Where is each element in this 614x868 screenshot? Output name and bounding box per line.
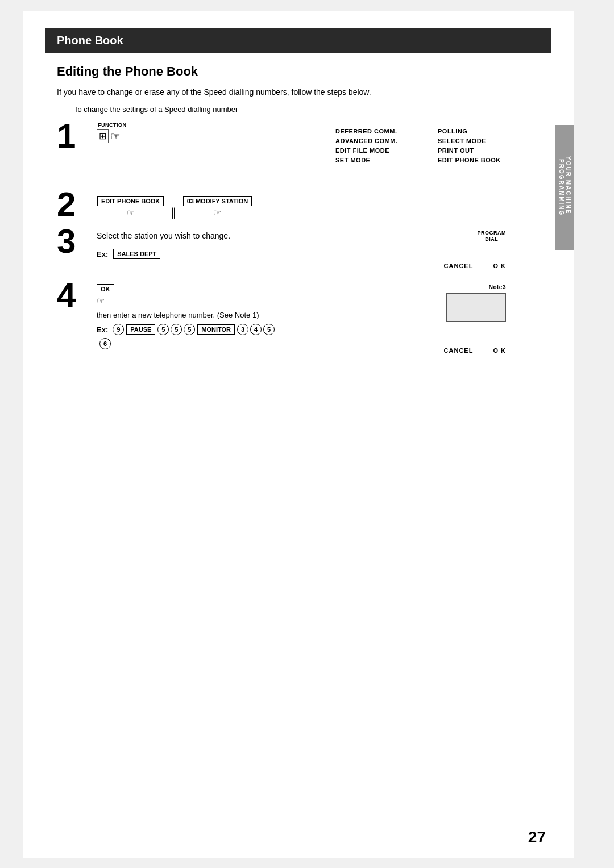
step-1-content: FUNCTION ⊞ ☞ (97, 122, 127, 143)
step-2-content: EDIT PHONE BOOK ☞ ║ 03 MODIFY STATION ☞ (97, 190, 252, 223)
cancel-ok-row-2: CANCEL O K (444, 347, 506, 354)
key-3: 3 (237, 324, 248, 335)
ok-label-2: O K (493, 347, 506, 354)
key-6: 6 (99, 338, 111, 349)
menu-row-2: ADVANCED COMM. SELECT MODE (335, 137, 506, 144)
edit-phone-book-btn[interactable]: EDIT PHONE BOOK (97, 196, 164, 206)
step-number-3: 3 (57, 224, 97, 258)
ex-phones-row: Ex: 9 PAUSE 5 5 5 MONITOR 3 4 5 (97, 324, 275, 335)
section-title: Editing the Phone Book (57, 64, 540, 79)
step-number-2: 2 (57, 187, 97, 222)
note3-label: Note3 (489, 284, 506, 290)
step-number-1: 1 (57, 119, 97, 153)
key-5b: 5 (171, 324, 182, 335)
step-4: 4 OK ☞ then enter a new telephone number… (57, 281, 540, 349)
menu-select: SELECT MODE (438, 137, 506, 144)
menu-row-3: EDIT FILE MODE PRINT OUT (335, 147, 506, 154)
menu-editphone: EDIT PHONE BOOK (438, 157, 506, 164)
menu-deferred: DEFERRED COMM. (335, 128, 409, 135)
menu-polling: POLLING (438, 128, 506, 135)
header-title: Phone Book (57, 34, 123, 47)
page: PROGRAMMING YOUR MACHINE Phone Book Edit… (23, 11, 574, 858)
section-header: Phone Book (45, 28, 551, 53)
step3-right: PROGRAMDIAL CANCEL O K (444, 230, 506, 269)
ex-label-4: Ex: (97, 326, 108, 334)
ok-btn[interactable]: OK (97, 284, 114, 294)
ex-phones-row2: 6 (99, 338, 275, 349)
cancel-ok-row-1: CANCEL O K (444, 262, 506, 269)
hand-icon-2: ☞ (127, 207, 135, 218)
page-number: 27 (528, 828, 546, 846)
step-3-text: Select the station you wish to change. (97, 231, 230, 240)
hand-icon-4: ☞ (97, 295, 105, 306)
side-tab-label: PROGRAMMING YOUR MACHINE (558, 156, 571, 219)
menu-display: DEFERRED COMM. POLLING ADVANCED COMM. SE… (335, 128, 506, 164)
edit-phone-book-key: EDIT PHONE BOOK ☞ (97, 196, 164, 218)
ok-key-area: OK ☞ (97, 284, 275, 306)
step-4-text: then enter a new telephone number. (See … (97, 311, 275, 319)
monitor-btn: MONITOR (197, 324, 235, 335)
pause-btn: PAUSE (126, 324, 155, 335)
hand-icon-3: ☞ (213, 207, 221, 218)
menu-printout: PRINT OUT (438, 147, 506, 154)
ex-row: Ex: SALES DEPT (97, 249, 230, 259)
key-5a: 5 (157, 324, 169, 335)
step-3-content: Select the station you wish to change. E… (97, 224, 230, 259)
step-2: 2 EDIT PHONE BOOK ☞ ║ 03 MODIFY STATION … (57, 190, 540, 224)
ex-label: Ex: (97, 250, 108, 258)
menu-setmode: SET MODE (335, 157, 409, 164)
intro-text: If you have to change or erase any of th… (57, 87, 540, 97)
modify-station-btn[interactable]: 03 MODIFY STATION (183, 196, 252, 206)
hand-icon: ☞ (110, 130, 121, 143)
main-content: Editing the Phone Book If you have to ch… (23, 64, 574, 349)
sub-text: To change the settings of a Speed dialli… (74, 105, 540, 114)
function-icon-row: ⊞ ☞ (97, 129, 121, 143)
display-box (446, 293, 506, 322)
step-3: 3 Select the station you wish to change.… (57, 224, 540, 270)
separator: ║ (167, 205, 179, 218)
function-key-area: FUNCTION ⊞ ☞ (97, 122, 127, 143)
side-tab: PROGRAMMING YOUR MACHINE (555, 125, 574, 250)
sales-dept-btn: SALES DEPT (113, 249, 160, 259)
key-5d: 5 (263, 324, 275, 335)
menu-advanced: ADVANCED COMM. (335, 137, 409, 144)
step-4-content: OK ☞ then enter a new telephone number. … (97, 281, 275, 349)
menu-row-1: DEFERRED COMM. POLLING (335, 128, 506, 135)
step4-right: Note3 CANCEL O K (444, 284, 506, 354)
cancel-label-1: CANCEL (444, 262, 474, 269)
cancel-label-2: CANCEL (444, 347, 474, 354)
menu-editfile: EDIT FILE MODE (335, 147, 409, 154)
key-4: 4 (250, 324, 262, 335)
prog-dial-area: PROGRAMDIAL (478, 230, 507, 243)
ok-label-1: O K (493, 262, 506, 269)
menu-row-4: SET MODE EDIT PHONE BOOK (335, 157, 506, 164)
key-5c: 5 (184, 324, 195, 335)
key-9: 9 (113, 324, 124, 335)
step-number-4: 4 (57, 278, 97, 312)
step-1: 1 FUNCTION ⊞ ☞ DEFERRED COMM. POLLING AD… (57, 122, 540, 173)
function-icon: ⊞ (97, 129, 109, 143)
function-label: FUNCTION (98, 122, 127, 128)
modify-station-key: 03 MODIFY STATION ☞ (182, 196, 253, 218)
prog-dial-label: PROGRAMDIAL (478, 230, 507, 243)
step-2-buttons: EDIT PHONE BOOK ☞ ║ 03 MODIFY STATION ☞ (97, 196, 252, 218)
